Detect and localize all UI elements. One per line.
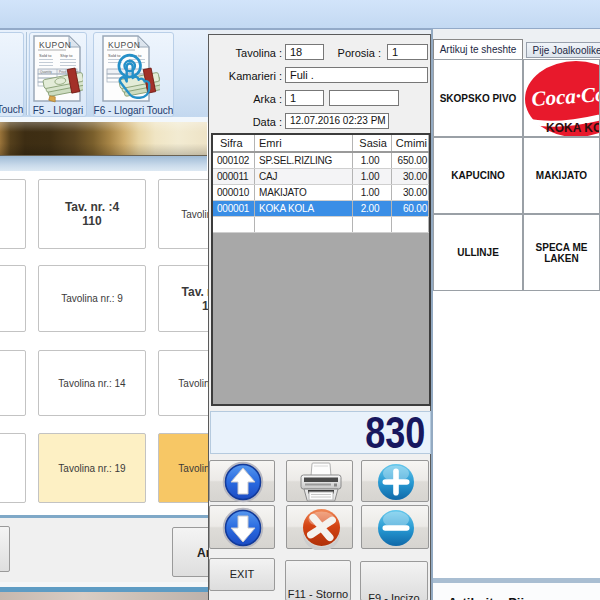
svg-text:KOKA KOLA: KOKA KOLA: [546, 121, 600, 135]
svg-text:Quantity: Quantity: [40, 70, 52, 74]
svg-text:KUPON: KUPON: [39, 40, 71, 50]
svg-text:KUPON: KUPON: [108, 40, 140, 50]
svg-text:Sold to: Sold to: [39, 53, 52, 58]
svg-text:Sold to: Sold to: [108, 53, 121, 58]
svg-text:Price: Price: [59, 70, 66, 74]
svg-text:Ship to: Ship to: [60, 53, 73, 58]
